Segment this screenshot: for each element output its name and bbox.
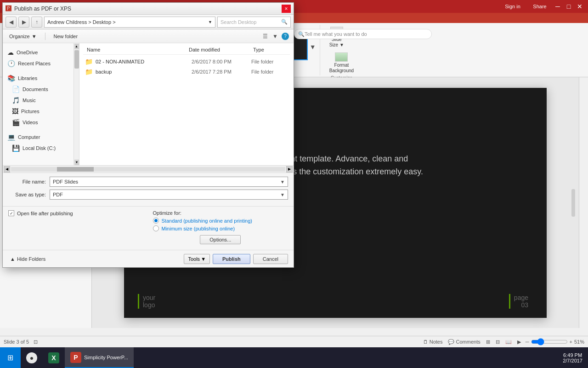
minimize-button[interactable]: ─: [553, 2, 562, 11]
taskbar-powerpoint[interactable]: P Simplicity PowerP...: [65, 347, 134, 368]
fit-slide-button[interactable]: ⊡: [33, 338, 39, 346]
clock-time: 6:49 PM: [563, 352, 582, 358]
sidebar-scroll-thumb[interactable]: [74, 50, 79, 69]
sidebar-item-recent-places[interactable]: 🕐 Recent Places: [3, 58, 74, 69]
hide-folders-label: Hide Folders: [17, 256, 45, 262]
close-button[interactable]: ✕: [575, 2, 584, 11]
statusbar: Slide 3 of 5 ⊡ 🗒 Notes 💬 Comments ⊞ ⊟ 📖 …: [0, 336, 588, 347]
sidebar-item-libraries[interactable]: 📚 Libraries: [3, 73, 74, 84]
checkbox-check: ✓: [10, 211, 13, 216]
options-btn-row: Options...: [153, 233, 288, 246]
variants-arrow[interactable]: ▼: [310, 43, 316, 51]
sidebar-item-music[interactable]: 🎵 Music: [3, 95, 74, 106]
breadcrumb-text: Andrew Childress > Desktop >: [47, 19, 116, 25]
help-button[interactable]: ?: [281, 32, 290, 41]
search-box[interactable]: Search Desktop 🔍: [217, 17, 291, 28]
standard-label[interactable]: Standard (publishing online and printing…: [162, 218, 253, 224]
sign-in-button[interactable]: Sign in: [499, 2, 526, 11]
dialog-bottom-form: File name: PDF Slides ▼ Save as type: PD…: [3, 172, 294, 206]
view-slide-sorter-button[interactable]: ⊟: [495, 338, 501, 346]
share-button[interactable]: Share: [528, 2, 551, 11]
notes-button[interactable]: 🗒 Notes: [422, 338, 444, 345]
statusbar-right: 🗒 Notes 💬 Comments ⊞ ⊟ 📖 ▶ ─ + 51%: [422, 338, 584, 346]
h-scroll-left-button[interactable]: ◀: [4, 166, 10, 172]
recent-places-icon: 🕐: [7, 60, 15, 67]
slideshow-button[interactable]: ▶: [516, 338, 522, 346]
search-placeholder: Search Desktop: [220, 19, 256, 25]
view-dropdown-button[interactable]: ▼: [271, 32, 280, 41]
sidebar-label-music: Music: [23, 98, 36, 103]
sidebar-item-pictures[interactable]: 🖼 Pictures: [3, 106, 74, 117]
options-button[interactable]: Options...: [200, 235, 241, 244]
start-button[interactable]: ⊞: [0, 347, 21, 368]
dialog-title: Publish as PDF or XPS: [14, 6, 71, 12]
new-folder-button[interactable]: New folder: [51, 33, 81, 40]
pictures-icon: 🖼: [12, 108, 18, 115]
sidebar-item-local-disk[interactable]: 💾 Local Disk (C:): [3, 143, 74, 154]
taskbar-excel[interactable]: X: [43, 347, 65, 368]
filetype-value: PDF: [53, 192, 63, 197]
minimum-radio[interactable]: [153, 225, 159, 231]
nav-up-button[interactable]: ↑: [31, 17, 42, 28]
cancel-button[interactable]: Cancel: [253, 254, 288, 264]
col-date[interactable]: Date modified: [187, 46, 251, 53]
taskbar-chrome[interactable]: ●: [21, 347, 43, 368]
comments-button[interactable]: 💬 Comments: [447, 338, 481, 346]
file-type-1: File folder: [251, 59, 288, 64]
open-after-checkbox-row: ✓ Open file after publishing: [8, 210, 144, 216]
nav-forward-button[interactable]: ▶: [18, 17, 29, 28]
sidebar-item-documents[interactable]: 📄 Documents: [3, 84, 74, 95]
filename-dropdown-arrow[interactable]: ▼: [280, 179, 285, 184]
sidebar-item-onedrive[interactable]: ☁ OneDrive: [3, 47, 74, 58]
filename-input[interactable]: PDF Slides ▼: [50, 177, 288, 187]
tell-me-placeholder: Tell me what you want to do: [305, 31, 367, 37]
logo-text: yourlogo: [143, 294, 155, 309]
h-scroll-right-button[interactable]: ▶: [286, 166, 293, 172]
slide-info: Slide 3 of 5: [4, 339, 29, 345]
statusbar-left: Slide 3 of 5 ⊡: [4, 338, 39, 346]
footer-left: ▲ Hide Folders: [8, 255, 47, 263]
breadcrumb[interactable]: Andrew Childress > Desktop > ▼: [44, 17, 215, 28]
filetype-dropdown-arrow[interactable]: ▼: [280, 192, 285, 197]
col-name[interactable]: Name: [85, 46, 187, 53]
scroll-indicator: [571, 189, 575, 217]
nav-back-button[interactable]: ◀: [6, 17, 17, 28]
tell-me-bar[interactable]: 🔍 Tell me what you want to do: [294, 29, 432, 39]
dialog-titlebar: 🅿 Publish as PDF or XPS ×: [3, 3, 294, 15]
minimum-label[interactable]: Minimum size (publishing online): [162, 226, 235, 231]
filetype-select[interactable]: PDF ▼: [50, 190, 288, 200]
organize-button[interactable]: Organize ▼: [6, 33, 40, 40]
file-type-2: File folder: [251, 69, 288, 75]
file-date-2: 2/6/2017 7:28 PM: [192, 69, 251, 75]
file-name-2: backup: [96, 69, 192, 75]
sidebar-item-computer[interactable]: 💻 Computer: [3, 132, 74, 143]
clock-date: 2/7/2017: [563, 358, 582, 363]
taskbar-clock: 6:49 PM 2/7/2017: [557, 352, 588, 363]
open-after-checkbox[interactable]: ✓: [8, 210, 14, 216]
sidebar-item-videos[interactable]: 🎬 Videos: [3, 117, 74, 128]
tools-label: Tools: [188, 256, 200, 262]
view-normal-button[interactable]: ⊞: [485, 338, 491, 346]
hide-folders-button[interactable]: ▲ Hide Folders: [8, 255, 47, 263]
publish-button[interactable]: Publish: [213, 254, 250, 264]
zoom-range-input[interactable]: [531, 338, 568, 345]
zoom-slider[interactable]: ─ + 51%: [526, 338, 584, 345]
standard-radio[interactable]: [153, 218, 159, 224]
file-item-non-animated[interactable]: 📁 02 - NON-ANIMATED 2/6/2017 8:00 PM Fil…: [83, 57, 290, 67]
view-list-button[interactable]: ☰: [260, 32, 270, 41]
col-type[interactable]: Type: [251, 46, 288, 53]
view-reading-button[interactable]: 📖: [504, 338, 513, 346]
dialog-filelist-container: ☁ OneDrive 🕐 Recent Places 📚 Libraries 📄…: [3, 43, 294, 165]
filetype-label: Save as type:: [8, 192, 50, 197]
restore-button[interactable]: □: [564, 2, 573, 11]
file-item-backup[interactable]: 📁 backup 2/6/2017 7:28 PM File folder: [83, 67, 290, 77]
dialog-close-button[interactable]: ×: [282, 5, 291, 13]
h-scroll-track: [11, 167, 285, 172]
chrome-icon: ●: [26, 352, 37, 363]
filename-value: PDF Slides: [53, 179, 78, 184]
help-icon: ?: [282, 33, 289, 40]
folder-icon-1: 📁: [85, 58, 93, 65]
tools-button[interactable]: Tools ▼: [184, 254, 210, 264]
format-background-button[interactable]: FormatBackground: [328, 51, 356, 75]
h-scroll-thumb[interactable]: [57, 167, 94, 172]
